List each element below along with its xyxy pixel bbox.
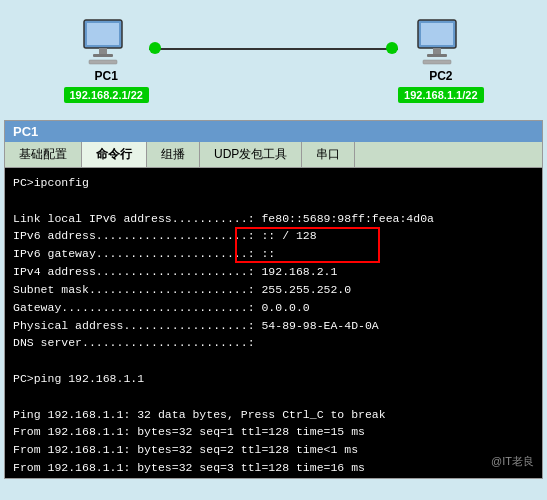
pc1-label: PC1 bbox=[95, 69, 118, 83]
terminal-ping-header: Ping 192.168.1.1: 32 data bytes, Press C… bbox=[13, 406, 534, 424]
pc1-svg bbox=[79, 18, 134, 66]
terminal-ping3: From 192.168.1.1: bytes=32 seq=3 ttl=128… bbox=[13, 459, 534, 477]
svg-rect-2 bbox=[99, 48, 107, 54]
pc2-icon bbox=[411, 17, 471, 67]
terminal-blank3 bbox=[13, 388, 534, 406]
pc2-label: PC2 bbox=[429, 69, 452, 83]
pc2-node: PC2 192.168.1.1/22 bbox=[398, 17, 483, 103]
terminal-ipv6-link: Link local IPv6 address...........: fe80… bbox=[13, 210, 534, 228]
panel-title-bar: PC1 bbox=[5, 121, 542, 142]
terminal-subnet: Subnet mask.......................: 255.… bbox=[13, 281, 534, 299]
pc2-ip: 192.168.1.1/22 bbox=[398, 87, 483, 103]
terminal-ping1: From 192.168.1.1: bytes=32 seq=1 ttl=128… bbox=[13, 423, 534, 441]
subnet-line-container: Subnet mask.......................: 255.… bbox=[13, 281, 534, 299]
pc-container: PC1 192.168.2.1/22 PC2 192.168.1.1/22 bbox=[64, 17, 484, 103]
terminal-ping4: From 192.168.1.1: bytes=32 seq=4 ttl=128… bbox=[13, 477, 534, 478]
ipv4-line-container: IPv4 address......................: 192.… bbox=[13, 263, 534, 281]
panel-title: PC1 bbox=[13, 124, 38, 139]
watermark: @IT老良 bbox=[491, 453, 534, 470]
connection-line bbox=[149, 48, 398, 50]
svg-rect-7 bbox=[433, 48, 441, 54]
svg-rect-6 bbox=[421, 23, 453, 45]
pc1-node: PC1 192.168.2.1/22 bbox=[64, 17, 149, 103]
svg-rect-4 bbox=[89, 60, 117, 64]
network-diagram: PC1 192.168.2.1/22 PC2 192.168.1.1/22 bbox=[0, 0, 547, 120]
terminal-blank1 bbox=[13, 192, 534, 210]
tab-serial[interactable]: 串口 bbox=[302, 142, 355, 167]
svg-rect-8 bbox=[427, 54, 447, 57]
terminal-ping2: From 192.168.1.1: bytes=32 seq=2 ttl=128… bbox=[13, 441, 534, 459]
terminal-physical: Physical address..................: 54-8… bbox=[13, 317, 534, 335]
tab-cmdline[interactable]: 命令行 bbox=[82, 142, 147, 167]
terminal-ipv4: IPv4 address......................: 192.… bbox=[13, 263, 534, 281]
svg-rect-1 bbox=[87, 23, 119, 45]
terminal-blank2 bbox=[13, 352, 534, 370]
tabs-bar[interactable]: 基础配置 命令行 组播 UDP发包工具 串口 bbox=[5, 142, 542, 168]
pc1-ip: 192.168.2.1/22 bbox=[64, 87, 149, 103]
pc1-icon bbox=[76, 17, 136, 67]
terminal-prompt1: PC>ipconfig bbox=[13, 174, 534, 192]
left-dot bbox=[149, 42, 161, 54]
pc1-panel: PC1 基础配置 命令行 组播 UDP发包工具 串口 PC>ipconfig L… bbox=[4, 120, 543, 479]
tab-multicast[interactable]: 组播 bbox=[147, 142, 200, 167]
terminal-dns: DNS server........................: bbox=[13, 334, 534, 352]
tab-basics[interactable]: 基础配置 bbox=[5, 142, 82, 167]
terminal-gateway: Gateway...........................: 0.0.… bbox=[13, 299, 534, 317]
terminal-ipv6-gw: IPv6 gateway......................: :: bbox=[13, 245, 534, 263]
pc2-svg bbox=[413, 18, 468, 66]
tab-udp[interactable]: UDP发包工具 bbox=[200, 142, 302, 167]
svg-rect-9 bbox=[423, 60, 451, 64]
terminal[interactable]: PC>ipconfig Link local IPv6 address.....… bbox=[5, 168, 542, 478]
svg-rect-3 bbox=[93, 54, 113, 57]
terminal-prompt2: PC>ping 192.168.1.1 bbox=[13, 370, 534, 388]
right-dot bbox=[386, 42, 398, 54]
terminal-ipv6-addr: IPv6 address......................: :: /… bbox=[13, 227, 534, 245]
